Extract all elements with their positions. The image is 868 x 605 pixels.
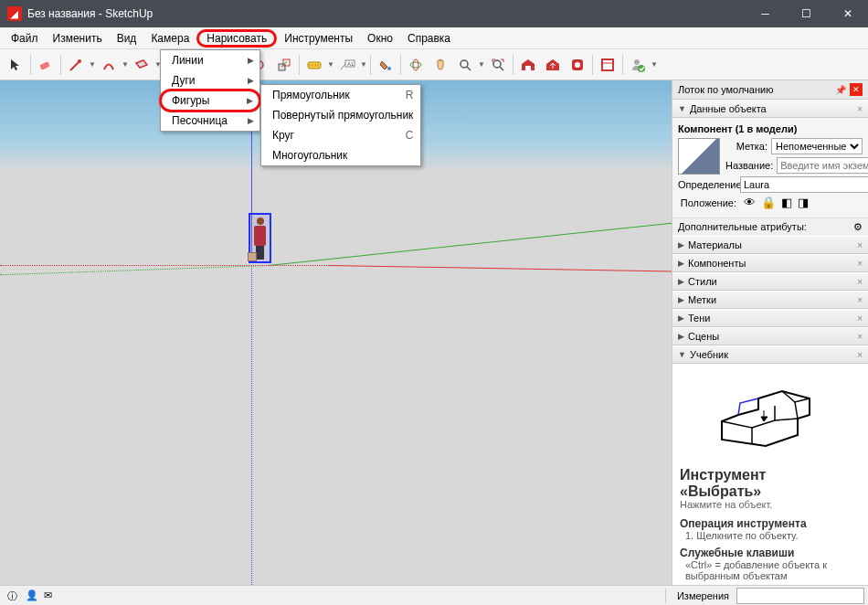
lock-toggle-icon[interactable]: 🔒 — [761, 196, 776, 209]
default-tray: Лоток по умолчанию 📌 ✕ ▼ Данные объекта … — [672, 80, 868, 585]
warehouse-share-icon[interactable] — [541, 53, 565, 77]
warehouse-tool-icon[interactable] — [516, 53, 540, 77]
name-input[interactable] — [777, 157, 868, 174]
entity-info-body: Компонент (1 в модели) Метка: Непомеченн… — [672, 118, 868, 218]
instructor-illustration — [711, 380, 830, 453]
tag-label: Метка: — [725, 141, 771, 152]
shape-rotated-rectangle-item[interactable]: Повернутый прямоугольник — [261, 105, 420, 125]
section-materials[interactable]: ▶Материалы× — [672, 236, 868, 254]
status-geo-icon[interactable]: 👤 — [26, 589, 38, 602]
svg-point-11 — [460, 60, 468, 68]
instructor-operation-line: 1. Щелкните по объекту. — [680, 530, 861, 541]
measurements-label: Измерения — [670, 590, 736, 601]
section-scenes[interactable]: ▶Сцены× — [672, 327, 868, 345]
selected-component[interactable] — [249, 213, 271, 263]
draw-sandbox-item[interactable]: Песочница▶ — [161, 111, 259, 131]
section-instructor-header[interactable]: ▼Учебник× — [672, 345, 868, 364]
window-title: Без названия - SketchUp — [27, 7, 745, 20]
menu-tools[interactable]: Инструменты — [277, 29, 360, 48]
titlebar: ◢ Без названия - SketchUp ─ ☐ ✕ — [0, 0, 868, 27]
maximize-button[interactable]: ☐ — [786, 0, 827, 27]
menu-file[interactable]: Файл — [4, 29, 46, 48]
svg-point-9 — [410, 62, 421, 68]
eraser-tool-icon[interactable] — [34, 53, 58, 77]
line-tool-icon[interactable] — [64, 53, 88, 77]
shape-rectangle-item[interactable]: ПрямоугольникR — [261, 85, 420, 105]
tape-dropdown-icon[interactable]: ▼ — [327, 60, 334, 69]
draw-lines-item[interactable]: Линии▶ — [161, 50, 259, 70]
section-shadows[interactable]: ▶Тени× — [672, 309, 868, 327]
app-window: ◢ Без названия - SketchUp ─ ☐ ✕ Файл Изм… — [0, 0, 868, 605]
text-tool-icon[interactable]: A1 — [335, 53, 359, 77]
select-tool-icon[interactable] — [4, 53, 27, 77]
app-icon: ◢ — [7, 6, 22, 21]
extensions-tool-icon[interactable] — [566, 53, 589, 77]
rectangle-tool-icon[interactable] — [130, 53, 153, 77]
shape-circle-item[interactable]: КругC — [261, 125, 420, 145]
section-close-icon[interactable]: × — [857, 104, 863, 114]
line-dropdown-icon[interactable]: ▼ — [89, 60, 96, 69]
draw-dropdown: Линии▶ Дуги▶ Фигуры▶ Песочница▶ — [160, 49, 260, 132]
section-tags[interactable]: ▶Метки× — [672, 291, 868, 309]
status-help-icon[interactable]: ⓘ — [7, 589, 20, 602]
user-tool-icon[interactable] — [626, 53, 650, 77]
text-dropdown-icon[interactable]: ▼ — [360, 60, 367, 69]
user-dropdown-icon[interactable]: ▼ — [651, 60, 658, 69]
tray-title: Лоток по умолчанию — [678, 84, 773, 95]
shadow-cast-icon[interactable]: ◧ — [781, 196, 792, 209]
zoom-extents-tool-icon[interactable] — [486, 53, 510, 77]
collapse-icon: ▼ — [678, 104, 686, 113]
visibility-toggle-icon[interactable]: 👁 — [744, 196, 756, 209]
pan-tool-icon[interactable] — [429, 53, 452, 77]
draw-arcs-item[interactable]: Дуги▶ — [161, 70, 259, 90]
instructor-title-2: «Выбрать» — [680, 483, 861, 500]
component-thumbnail — [678, 138, 720, 175]
tray-close-icon[interactable]: ✕ — [850, 83, 863, 96]
svg-point-10 — [413, 59, 418, 70]
zoom-dropdown-icon[interactable]: ▼ — [478, 60, 485, 69]
svg-rect-16 — [602, 59, 613, 70]
section-styles[interactable]: ▶Стили× — [672, 272, 868, 291]
minimize-button[interactable]: ─ — [745, 0, 786, 27]
toolbar: ▼ ▼ ▼ ▼ A1 ▼ ▼ ▼ — [0, 49, 868, 80]
svg-point-8 — [387, 67, 391, 70]
axis-red — [0, 265, 672, 266]
scale-tool-icon[interactable] — [272, 53, 296, 77]
instructor-keys-head: Служебные клавиши — [680, 547, 861, 559]
definition-label: Определение: — [678, 179, 740, 190]
instructor-keys-line: «Ctrl» = добавление объекта к выбранным … — [680, 559, 861, 581]
menu-camera[interactable]: Камера — [143, 29, 196, 48]
statusbar: ⓘ 👤 ✉ Измерения — [0, 585, 868, 605]
name-label: Название: — [725, 160, 777, 171]
menu-view[interactable]: Вид — [110, 29, 144, 48]
tray-header[interactable]: Лоток по умолчанию 📌 ✕ — [672, 80, 868, 100]
arc-dropdown-icon[interactable]: ▼ — [122, 60, 129, 69]
measurements-input[interactable] — [736, 588, 864, 604]
status-credits-icon[interactable]: ✉ — [44, 589, 57, 602]
svg-text:A1: A1 — [347, 61, 355, 67]
arc-tool-icon[interactable] — [97, 53, 121, 77]
menu-draw[interactable]: Нарисовать — [196, 29, 277, 48]
menu-help[interactable]: Справка — [400, 29, 458, 48]
section-components[interactable]: ▶Компоненты× — [672, 254, 868, 272]
svg-rect-3 — [279, 64, 285, 70]
svg-rect-13 — [525, 66, 531, 70]
entity-info-header[interactable]: ▼ Данные объекта × — [672, 100, 868, 118]
zoom-tool-icon[interactable] — [453, 53, 477, 77]
orbit-tool-icon[interactable] — [404, 53, 428, 77]
tape-tool-icon[interactable] — [302, 53, 326, 77]
tag-select[interactable]: Непомеченные — [771, 138, 863, 154]
attributes-gear-icon[interactable]: ⚙ — [853, 221, 863, 233]
menu-window[interactable]: Окно — [360, 29, 400, 48]
svg-point-12 — [493, 60, 501, 68]
main-area: Лоток по умолчанию 📌 ✕ ▼ Данные объекта … — [0, 80, 868, 585]
layout-tool-icon[interactable] — [596, 53, 619, 77]
close-button[interactable]: ✕ — [827, 0, 868, 27]
shape-polygon-item[interactable]: Многоугольник — [261, 145, 420, 165]
tray-pin-icon[interactable]: 📌 — [835, 85, 846, 95]
shadow-receive-icon[interactable]: ◨ — [798, 196, 809, 209]
paint-tool-icon[interactable] — [374, 53, 397, 77]
menu-edit[interactable]: Изменить — [46, 29, 110, 48]
definition-input[interactable] — [740, 176, 868, 193]
draw-shapes-item[interactable]: Фигуры▶ — [159, 89, 261, 112]
